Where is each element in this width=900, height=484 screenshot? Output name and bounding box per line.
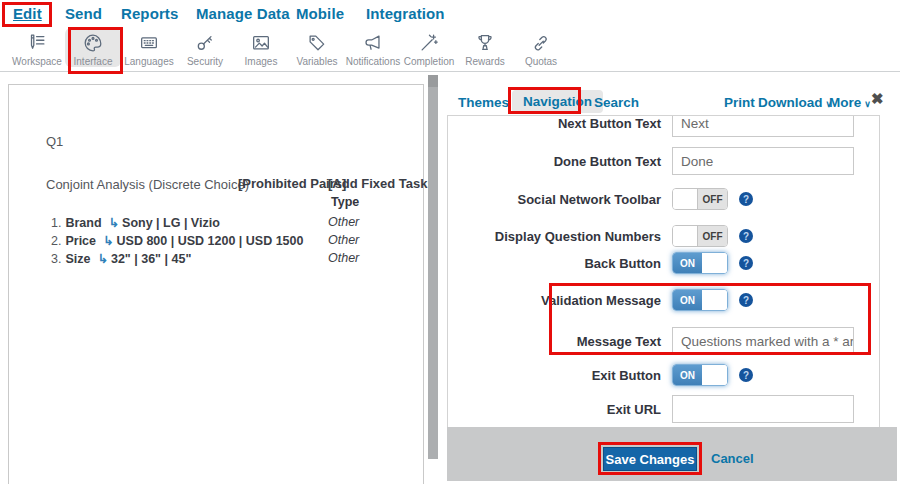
exit-button-toggle[interactable]: ON [672, 364, 728, 386]
scrollbar-top-cap [428, 75, 438, 87]
toolbar-item-label: Interface [74, 56, 113, 67]
branch-arrow-icon: ↳ [97, 252, 107, 266]
next-button-text-input[interactable] [672, 115, 854, 137]
nav-manage-data[interactable]: Manage Data [196, 5, 290, 22]
question-number: Q1 [46, 134, 63, 149]
close-icon[interactable]: ✖ [871, 90, 884, 108]
row-number: 3. [51, 252, 61, 266]
toolbar-item-notifications[interactable]: Notifications [345, 28, 401, 67]
toggle-state-label: ON [673, 253, 702, 273]
print-link[interactable]: Print [724, 95, 755, 110]
toolbar-item-quotas[interactable]: Quotas [513, 28, 569, 67]
attribute-type: Other [328, 233, 359, 247]
help-icon[interactable]: ? [739, 256, 753, 270]
form-row: Social Network Toolbar OFF ? [448, 183, 879, 215]
attribute-type: Other [328, 251, 359, 265]
field-label: Validation Message [448, 293, 661, 308]
branch-arrow-icon: ↳ [103, 234, 113, 248]
toolbar-item-completion[interactable]: Completion [401, 28, 457, 67]
attribute-name: Price [65, 234, 96, 248]
toolbar-item-label: Images [245, 56, 278, 67]
help-icon[interactable]: ? [739, 293, 753, 307]
exit-url-input[interactable] [672, 395, 854, 423]
toolbar-item-languages[interactable]: Languages [121, 28, 177, 67]
help-icon[interactable]: ? [739, 229, 753, 243]
nav-mobile[interactable]: Mobile [296, 5, 344, 22]
vertical-scrollbar[interactable] [428, 75, 438, 459]
form-row: Validation Message ON ? [448, 284, 879, 316]
images-icon [250, 31, 272, 55]
done-button-text-input[interactable] [672, 147, 854, 175]
toolbar-item-label: Rewards [465, 56, 504, 67]
toolbar-item-rewards[interactable]: Rewards [457, 28, 513, 67]
questionpro-edit-interface-screen: Edit Send Reports Manage Data Mobile Int… [0, 0, 900, 484]
languages-icon [138, 31, 160, 55]
toolbar-item-workspace[interactable]: Workspace [9, 28, 65, 67]
field-label: Next Button Text [448, 116, 661, 131]
form-row: Next Button Text [448, 115, 879, 139]
attribute-row: 1.Brand↳Sony | LG | Vizio [51, 215, 220, 230]
toolbar-item-label: Workspace [12, 56, 62, 67]
cancel-link[interactable]: Cancel [711, 451, 754, 466]
social-network-toolbar-toggle[interactable]: OFF [672, 188, 728, 210]
toolbar-item-label: Notifications [346, 56, 400, 67]
save-changes-button[interactable]: Save Changes [603, 447, 697, 471]
survey-preview-panel: Q1 Conjoint Analysis (Discrete Choice) [… [8, 84, 424, 484]
help-icon[interactable]: ? [739, 192, 753, 206]
attribute-row: 2.Price↳USD 800 | USD 1200 | USD 1500 [51, 233, 303, 248]
tab-navigation[interactable]: Navigation [512, 90, 603, 113]
attribute-values: USD 800 | USD 1200 | USD 1500 [117, 234, 304, 248]
form-row: Done Button Text [448, 145, 879, 177]
toggle-state-label: ON [673, 290, 702, 310]
type-column-header: Type [331, 195, 359, 209]
toolbar-item-variables[interactable]: Variables [289, 28, 345, 67]
nav-edit[interactable]: Edit [13, 5, 42, 22]
tab-themes[interactable]: Themes [458, 95, 509, 110]
top-nav: Edit Send Reports Manage Data Mobile Int… [0, 0, 900, 28]
workspace-icon [26, 31, 48, 55]
back-button-toggle[interactable]: ON [672, 252, 728, 274]
nav-integration[interactable]: Integration [366, 5, 445, 22]
message-text-input[interactable] [672, 327, 854, 355]
toggle-knob [673, 226, 697, 246]
field-label: Display Question Numbers [448, 229, 661, 244]
nav-reports[interactable]: Reports [121, 5, 178, 22]
more-link[interactable]: More∨ [829, 95, 871, 110]
variables-icon [306, 31, 328, 55]
completion-icon [418, 31, 440, 55]
form-row: Exit URL [448, 393, 879, 425]
row-number: 1. [51, 216, 61, 230]
display-question-numbers-toggle[interactable]: OFF [672, 225, 728, 247]
row-number: 2. [51, 234, 61, 248]
quotas-icon [530, 31, 552, 55]
toolbar-item-images[interactable]: Images [233, 28, 289, 67]
toggle-state-label: OFF [697, 189, 727, 209]
attribute-values: Sony | LG | Vizio [122, 216, 220, 230]
toggle-knob [702, 290, 727, 310]
nav-send[interactable]: Send [65, 5, 102, 22]
toggle-knob [702, 253, 727, 273]
security-icon [194, 31, 216, 55]
field-label: Message Text [448, 334, 661, 349]
navigation-settings-box: Next Button Text Done Button Text Social… [447, 115, 880, 427]
form-row: Exit Button ON ? [448, 359, 879, 391]
toggle-knob [702, 365, 727, 385]
field-label: Exit URL [448, 402, 661, 417]
toolbar-item-security[interactable]: Security [177, 28, 233, 67]
add-fixed-tasks-link[interactable]: [Add Fixed Tasks [328, 176, 435, 191]
download-label: Download [758, 95, 823, 110]
attribute-type: Other [328, 215, 359, 229]
question-title: Conjoint Analysis (Discrete Choice) [46, 177, 249, 192]
download-link[interactable]: Download∨ [758, 95, 832, 110]
attribute-name: Brand [65, 216, 101, 230]
help-icon[interactable]: ? [739, 368, 753, 382]
more-label: More [829, 95, 861, 110]
field-label: Done Button Text [448, 154, 661, 169]
form-row: Back Button ON ? [448, 247, 879, 279]
tab-search[interactable]: Search [594, 95, 639, 110]
validation-message-toggle[interactable]: ON [672, 289, 728, 311]
attribute-values: 32" | 36" | 45" [111, 252, 191, 266]
toolbar-item-label: Languages [124, 56, 174, 67]
interface-icon [82, 31, 104, 55]
toolbar-item-interface[interactable]: Interface [65, 28, 121, 67]
